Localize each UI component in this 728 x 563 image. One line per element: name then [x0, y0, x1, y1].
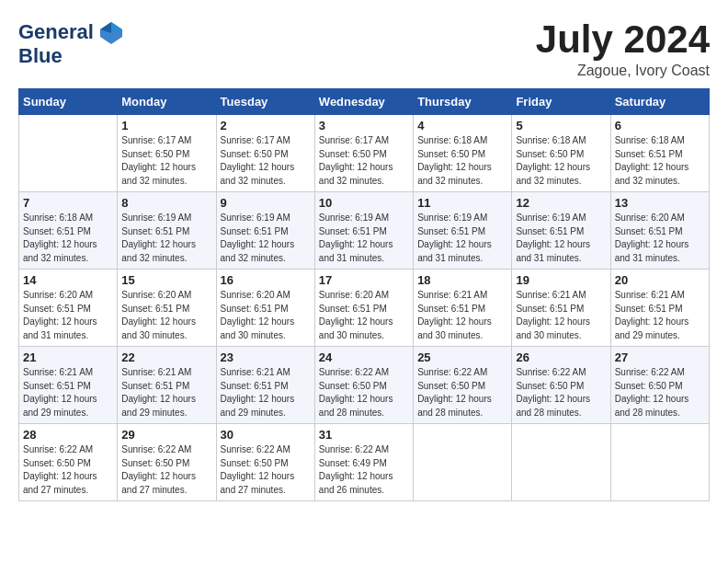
calendar-day-cell: 23Sunrise: 6:21 AMSunset: 6:51 PMDayligh…	[216, 347, 314, 424]
title-area: July 2024 Zagoue, Ivory Coast	[536, 18, 710, 79]
calendar-day-header: Wednesday	[314, 89, 413, 115]
calendar-day-header: Tuesday	[216, 89, 314, 115]
calendar-day-cell: 24Sunrise: 6:22 AMSunset: 6:50 PMDayligh…	[314, 347, 413, 424]
day-info: Sunrise: 6:22 AMSunset: 6:50 PMDaylight:…	[221, 443, 311, 497]
day-info: Sunrise: 6:21 AMSunset: 6:51 PMDaylight:…	[221, 366, 311, 419]
calendar-day-cell: 27Sunrise: 6:22 AMSunset: 6:50 PMDayligh…	[610, 347, 709, 424]
day-number: 24	[319, 350, 409, 364]
day-info: Sunrise: 6:22 AMSunset: 6:50 PMDaylight:…	[516, 366, 606, 419]
calendar-day-cell: 22Sunrise: 6:21 AMSunset: 6:51 PMDayligh…	[118, 347, 216, 424]
calendar-week-row: 14Sunrise: 6:20 AMSunset: 6:51 PMDayligh…	[19, 270, 710, 347]
day-info: Sunrise: 6:21 AMSunset: 6:51 PMDaylight:…	[417, 289, 507, 342]
calendar-week-row: 7Sunrise: 6:18 AMSunset: 6:51 PMDaylight…	[19, 192, 710, 270]
calendar-day-cell: 16Sunrise: 6:20 AMSunset: 6:51 PMDayligh…	[216, 270, 314, 347]
calendar-day-header: Thursday	[414, 89, 512, 115]
day-info: Sunrise: 6:19 AMSunset: 6:51 PMDaylight:…	[319, 212, 409, 265]
day-info: Sunrise: 6:18 AMSunset: 6:51 PMDaylight:…	[23, 212, 113, 265]
logo-icon	[97, 18, 126, 48]
day-info: Sunrise: 6:20 AMSunset: 6:51 PMDaylight:…	[615, 212, 705, 265]
day-info: Sunrise: 6:22 AMSunset: 6:50 PMDaylight:…	[121, 443, 211, 497]
calendar-day-cell: 8Sunrise: 6:19 AMSunset: 6:51 PMDaylight…	[118, 192, 216, 270]
day-number: 2	[221, 119, 311, 132]
day-number: 11	[417, 196, 507, 210]
day-info: Sunrise: 6:18 AMSunset: 6:50 PMDaylight:…	[516, 134, 606, 188]
calendar-day-header: Friday	[512, 89, 610, 115]
day-info: Sunrise: 6:17 AMSunset: 6:50 PMDaylight:…	[221, 134, 311, 188]
day-number: 10	[319, 196, 409, 210]
calendar-day-header: Sunday	[19, 89, 118, 115]
calendar-day-cell: 25Sunrise: 6:22 AMSunset: 6:50 PMDayligh…	[414, 347, 512, 424]
day-info: Sunrise: 6:19 AMSunset: 6:51 PMDaylight:…	[516, 212, 606, 265]
day-info: Sunrise: 6:19 AMSunset: 6:51 PMDaylight:…	[417, 212, 507, 265]
calendar-day-cell	[512, 424, 610, 501]
day-info: Sunrise: 6:21 AMSunset: 6:51 PMDaylight:…	[615, 289, 705, 342]
calendar-day-cell: 12Sunrise: 6:19 AMSunset: 6:51 PMDayligh…	[512, 192, 610, 270]
day-number: 30	[221, 428, 311, 442]
calendar-day-cell: 6Sunrise: 6:18 AMSunset: 6:51 PMDaylight…	[610, 115, 709, 192]
day-info: Sunrise: 6:21 AMSunset: 6:51 PMDaylight:…	[516, 289, 606, 342]
day-number: 7	[23, 196, 113, 210]
calendar-week-row: 1Sunrise: 6:17 AMSunset: 6:50 PMDaylight…	[19, 115, 710, 192]
calendar-day-cell: 14Sunrise: 6:20 AMSunset: 6:51 PMDayligh…	[19, 270, 118, 347]
calendar-day-cell: 15Sunrise: 6:20 AMSunset: 6:51 PMDayligh…	[118, 270, 216, 347]
calendar-body: 1Sunrise: 6:17 AMSunset: 6:50 PMDaylight…	[19, 115, 710, 501]
calendar-week-row: 28Sunrise: 6:22 AMSunset: 6:50 PMDayligh…	[19, 424, 710, 501]
day-info: Sunrise: 6:20 AMSunset: 6:51 PMDaylight:…	[121, 289, 211, 342]
day-info: Sunrise: 6:20 AMSunset: 6:51 PMDaylight:…	[319, 289, 409, 342]
day-number: 14	[23, 273, 113, 287]
day-info: Sunrise: 6:22 AMSunset: 6:50 PMDaylight:…	[319, 366, 409, 419]
day-number: 3	[319, 119, 409, 132]
calendar-day-cell: 4Sunrise: 6:18 AMSunset: 6:50 PMDaylight…	[414, 115, 512, 192]
calendar-day-cell: 1Sunrise: 6:17 AMSunset: 6:50 PMDaylight…	[118, 115, 216, 192]
location: Zagoue, Ivory Coast	[536, 63, 710, 79]
calendar-day-cell: 29Sunrise: 6:22 AMSunset: 6:50 PMDayligh…	[118, 424, 216, 501]
day-number: 12	[516, 196, 606, 210]
calendar-day-cell: 17Sunrise: 6:20 AMSunset: 6:51 PMDayligh…	[314, 270, 413, 347]
calendar-header-row: SundayMondayTuesdayWednesdayThursdayFrid…	[19, 89, 710, 115]
calendar-day-cell: 11Sunrise: 6:19 AMSunset: 6:51 PMDayligh…	[414, 192, 512, 270]
day-number: 17	[319, 273, 409, 287]
calendar-day-cell: 20Sunrise: 6:21 AMSunset: 6:51 PMDayligh…	[610, 270, 709, 347]
day-number: 6	[615, 119, 705, 132]
day-info: Sunrise: 6:18 AMSunset: 6:50 PMDaylight:…	[417, 134, 507, 188]
calendar-day-cell	[19, 115, 118, 192]
day-info: Sunrise: 6:17 AMSunset: 6:50 PMDaylight:…	[319, 134, 409, 188]
day-info: Sunrise: 6:20 AMSunset: 6:51 PMDaylight:…	[221, 289, 311, 342]
day-info: Sunrise: 6:21 AMSunset: 6:51 PMDaylight:…	[121, 366, 211, 419]
day-info: Sunrise: 6:17 AMSunset: 6:50 PMDaylight:…	[121, 134, 211, 188]
day-number: 28	[23, 428, 113, 442]
day-number: 15	[121, 273, 211, 287]
calendar-day-cell: 26Sunrise: 6:22 AMSunset: 6:50 PMDayligh…	[512, 347, 610, 424]
calendar-day-cell: 30Sunrise: 6:22 AMSunset: 6:50 PMDayligh…	[216, 424, 314, 501]
day-number: 27	[615, 350, 705, 364]
day-info: Sunrise: 6:22 AMSunset: 6:49 PMDaylight:…	[319, 443, 409, 497]
day-number: 20	[615, 273, 705, 287]
calendar-day-cell: 7Sunrise: 6:18 AMSunset: 6:51 PMDaylight…	[19, 192, 118, 270]
day-number: 4	[417, 119, 507, 132]
day-number: 16	[221, 273, 311, 287]
day-number: 22	[121, 350, 211, 364]
calendar-day-cell: 19Sunrise: 6:21 AMSunset: 6:51 PMDayligh…	[512, 270, 610, 347]
calendar-day-cell: 2Sunrise: 6:17 AMSunset: 6:50 PMDaylight…	[216, 115, 314, 192]
day-number: 25	[417, 350, 507, 364]
day-number: 5	[516, 119, 606, 132]
day-info: Sunrise: 6:19 AMSunset: 6:51 PMDaylight:…	[221, 212, 311, 265]
day-number: 13	[615, 196, 705, 210]
day-number: 19	[516, 273, 606, 287]
day-info: Sunrise: 6:20 AMSunset: 6:51 PMDaylight:…	[23, 289, 113, 342]
day-number: 18	[417, 273, 507, 287]
month-title: July 2024	[536, 18, 710, 61]
day-info: Sunrise: 6:19 AMSunset: 6:51 PMDaylight:…	[121, 212, 211, 265]
calendar-day-cell	[414, 424, 512, 501]
day-number: 26	[516, 350, 606, 364]
calendar-day-cell: 13Sunrise: 6:20 AMSunset: 6:51 PMDayligh…	[610, 192, 709, 270]
calendar-day-cell: 5Sunrise: 6:18 AMSunset: 6:50 PMDaylight…	[512, 115, 610, 192]
day-number: 9	[221, 196, 311, 210]
day-number: 8	[121, 196, 211, 210]
calendar-day-cell: 10Sunrise: 6:19 AMSunset: 6:51 PMDayligh…	[314, 192, 413, 270]
calendar-week-row: 21Sunrise: 6:21 AMSunset: 6:51 PMDayligh…	[19, 347, 710, 424]
calendar-day-header: Saturday	[610, 89, 709, 115]
day-info: Sunrise: 6:22 AMSunset: 6:50 PMDaylight:…	[417, 366, 507, 419]
day-info: Sunrise: 6:21 AMSunset: 6:51 PMDaylight:…	[23, 366, 113, 419]
day-number: 1	[121, 119, 211, 132]
